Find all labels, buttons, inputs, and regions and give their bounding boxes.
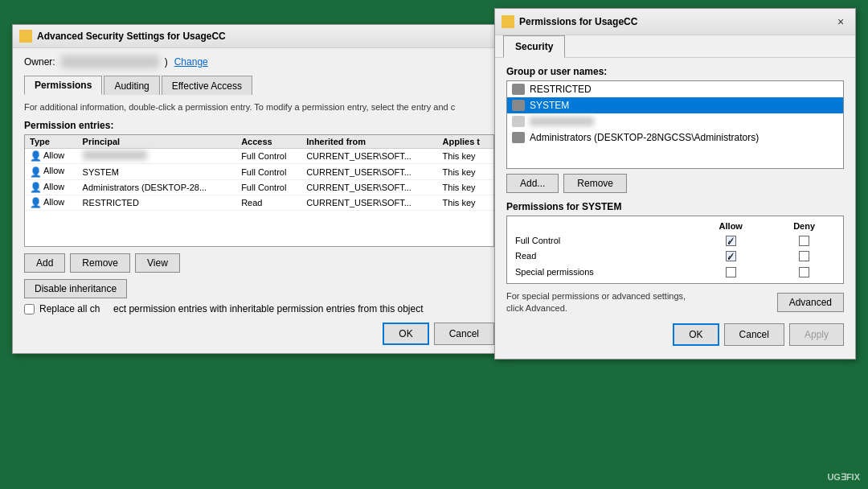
user-list-item-restricted[interactable]: RESTRICTED <box>507 81 843 97</box>
checkbox-special-deny[interactable] <box>799 267 809 277</box>
entry-type: 👤Allow <box>25 195 78 210</box>
col-access: Access <box>236 135 301 149</box>
col-applies: Applies t <box>438 135 493 149</box>
disable-inheritance-button[interactable]: Disable inheritance <box>24 279 127 298</box>
perm-name: Read <box>510 249 693 265</box>
advanced-dialog-title: Advanced Security Settings for UsageCC <box>37 31 226 42</box>
info-text: For additional information, double-click… <box>24 101 494 113</box>
owner-row: Owner: ) Change <box>24 56 494 68</box>
entry-access: Full Control <box>236 149 301 164</box>
entry-type: 👤Allow <box>25 179 78 195</box>
change-link[interactable]: Change <box>174 56 208 68</box>
tab-auditing[interactable]: Auditing <box>104 76 159 95</box>
entry-type: 👤Allow <box>25 149 78 164</box>
user-icon <box>512 116 525 127</box>
cancel-button[interactable]: Cancel <box>724 323 784 346</box>
checkbox-special-allow[interactable] <box>726 267 736 277</box>
tab-permissions[interactable]: Permissions <box>24 76 102 95</box>
table-row[interactable]: 👤Allow RESTRICTED Read CURRENT_USER\SOFT… <box>25 195 493 210</box>
entry-applies: This key <box>438 195 493 210</box>
restricted-icon <box>512 84 525 95</box>
entry-applies: This key <box>438 149 493 164</box>
view-button[interactable]: View <box>135 253 180 273</box>
entry-applies: This key <box>438 164 493 179</box>
add-remove-row: Add... Remove <box>506 174 844 193</box>
watermark: UG∃FIX <box>827 472 860 483</box>
special-deny-check[interactable] <box>768 264 840 280</box>
user-icon: 👤 <box>30 166 41 178</box>
remove-user-button[interactable]: Remove <box>563 174 627 193</box>
col-type: Type <box>25 135 78 149</box>
special-allow-check[interactable] <box>693 264 768 280</box>
col-allow: Allow <box>693 220 768 232</box>
user-name-restricted: RESTRICTED <box>530 84 592 95</box>
add-button[interactable]: Add <box>24 253 65 273</box>
perm-table: Type Principal Access Inherited from App… <box>25 135 493 210</box>
perm-row-fullcontrol: Full Control ✓ <box>510 232 840 249</box>
entry-inherited: CURRENT_USER\SOFT... <box>301 164 437 179</box>
col-principal: Principal <box>78 135 237 149</box>
tabs-row: Permissions Auditing Effective Access <box>24 76 494 95</box>
col-permission <box>510 220 693 232</box>
add-user-button[interactable]: Add... <box>506 174 559 193</box>
fullcontrol-deny-check[interactable] <box>768 232 840 249</box>
group-users-label: Group or user names: <box>506 66 844 77</box>
admin-icon <box>512 132 525 143</box>
read-allow-check[interactable]: ✓ <box>693 249 768 265</box>
user-list-box: RESTRICTED SYSTEM Administrators (DESKTO… <box>506 80 844 169</box>
entry-type: 👤Allow <box>25 164 78 179</box>
advanced-row: For special permissions or advanced sett… <box>506 290 844 315</box>
entry-principal: SYSTEM <box>78 164 237 179</box>
read-deny-check[interactable] <box>768 249 840 265</box>
ok-button[interactable]: OK <box>383 323 428 345</box>
user-list-item-blurred[interactable] <box>507 113 843 129</box>
security-tab[interactable]: Security <box>503 35 565 58</box>
user-name-system: SYSTEM <box>530 100 569 111</box>
checkbox-fullcontrol-allow[interactable]: ✓ <box>726 236 736 246</box>
close-button[interactable]: × <box>833 14 849 30</box>
user-list-item-system[interactable]: SYSTEM <box>507 97 843 113</box>
col-inherited: Inherited from <box>301 135 437 149</box>
perm-row-read: Read ✓ <box>510 249 840 265</box>
entry-access: Full Control <box>236 164 301 179</box>
system-icon <box>512 100 525 111</box>
perm-table-wrapper: Type Principal Access Inherited from App… <box>24 134 494 247</box>
fullcontrol-allow-check[interactable]: ✓ <box>693 232 768 249</box>
ok-button[interactable]: OK <box>673 323 719 346</box>
advanced-button[interactable]: Advanced <box>777 293 844 312</box>
tab-effective-access[interactable]: Effective Access <box>162 76 252 95</box>
advanced-text: For special permissions or advanced sett… <box>506 290 699 315</box>
cancel-button[interactable]: Cancel <box>434 323 494 345</box>
perm-entries-label: Permission entries: <box>24 120 494 131</box>
table-row[interactable]: 👤Allow Full Control CURRENT_USER\SOFT...… <box>25 149 493 164</box>
col-deny: Deny <box>768 220 840 232</box>
entry-principal: RESTRICTED <box>78 195 237 210</box>
user-name-admin: Administrators (DESKTOP-28NGCSS\Administ… <box>530 132 759 143</box>
perms-content: Group or user names: RESTRICTED SYSTEM A… <box>495 58 855 359</box>
entry-access: Read <box>236 195 301 210</box>
entry-inherited: CURRENT_USER\SOFT... <box>301 149 437 164</box>
checkbox-read-allow[interactable]: ✓ <box>726 251 736 261</box>
user-list-item-admin[interactable]: Administrators (DESKTOP-28NGCSS\Administ… <box>507 129 843 146</box>
checkbox-fullcontrol-deny[interactable] <box>799 236 809 246</box>
advanced-security-dialog: Advanced Security Settings for UsageCC O… <box>12 24 506 354</box>
entry-applies: This key <box>438 179 493 195</box>
perms-folder-icon <box>502 15 514 28</box>
table-row[interactable]: 👤Allow Administrators (DESKTOP-28... Ful… <box>25 179 493 195</box>
replace-checkbox-row: Replace all ch ect permission entries wi… <box>24 303 494 314</box>
apply-button[interactable]: Apply <box>789 323 844 346</box>
entry-principal <box>78 149 237 164</box>
entry-inherited: CURRENT_USER\SOFT... <box>301 179 437 195</box>
replace-checkbox[interactable] <box>24 304 35 314</box>
user-icon: 👤 <box>30 182 41 193</box>
remove-button[interactable]: Remove <box>70 253 130 273</box>
perms-for-label: Permissions for SYSTEM <box>506 201 844 212</box>
table-row[interactable]: 👤Allow SYSTEM Full Control CURRENT_USER\… <box>25 164 493 179</box>
advanced-dialog-content: Owner: ) Change Permissions Auditing Eff… <box>13 48 506 353</box>
ok-cancel-apply-row: OK Cancel Apply <box>506 323 844 351</box>
checkbox-read-deny[interactable] <box>799 251 809 261</box>
disable-inheritance-row: Disable inheritance <box>24 279 494 303</box>
perm-name: Full Control <box>510 232 693 249</box>
perm-buttons-row: Add Remove View <box>24 253 494 273</box>
perm-row-special: Special permissions <box>510 264 840 280</box>
